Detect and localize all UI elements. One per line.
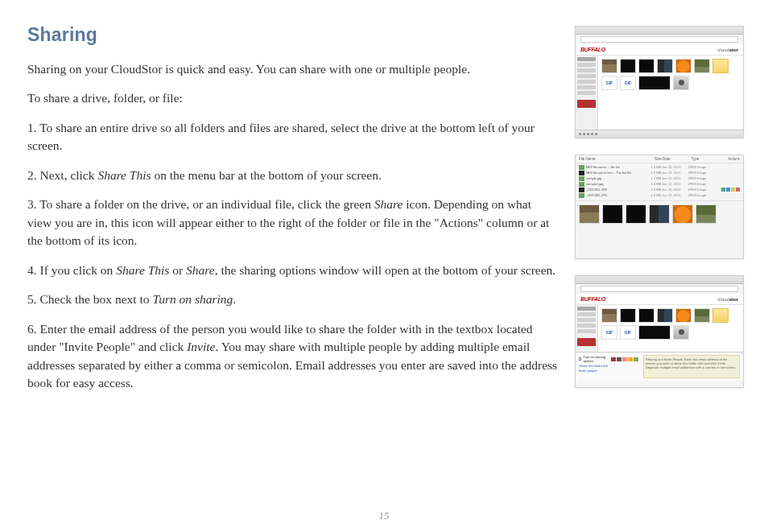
file-icon [579,188,584,192]
file-name: IMG file name ... file list [586,165,649,169]
checkbox-icon [579,357,581,361]
page-number: 15 [0,509,768,522]
step-5-text-b: . [233,292,236,306]
list-header-filename: File Name [579,157,644,161]
share-icon [721,188,725,192]
screenshot-sharing-panel: BUFFALO cloudstor [575,275,744,388]
thumbnail-folder [712,308,729,323]
file-meta: 1.0 MB Jan 12, 2011 [649,182,683,186]
sidebar [576,305,598,352]
filmstrip-image [579,204,600,224]
thumbnail-file: GIF [620,76,636,90]
step-2-italic-1: Share This [97,168,151,182]
action-icon [731,188,735,192]
thumbnail-image [638,59,654,73]
list-row: IMG file name ... file list1.4 MB Jan 12… [579,164,740,170]
mini-thumbnails [611,357,638,361]
thumbnail-image [675,308,692,323]
toolbar-icon [595,133,597,135]
app-header: BUFFALO cloudstor [576,44,743,56]
file-meta: 1.2 MB Jan 12, 2011 [649,171,683,175]
sharing-options-panel: Turn on sharing options Share this folde… [576,352,743,381]
thumbnail-image [673,76,689,90]
sidebar-item [577,68,596,72]
file-name: _DSC002.JPG [586,193,649,197]
file-name: sample.jpg [586,176,649,180]
sidebar-item [577,63,596,67]
list-row: _DSC002.JPG1.9 MB Jan 12, 2011JPEG Image [579,192,740,198]
step-4-text-a: 4. If you click on [27,263,116,277]
thumbnail-image [601,308,617,323]
step-3: 3. To share a folder on the drive, or an… [27,196,559,250]
action-icon [736,188,740,192]
step-2-text-a: 2. Next, click [27,168,97,182]
document-text-column: Sharing Sharing on your CloudStor is qui… [27,24,559,404]
list-header-type: Type [680,157,710,161]
main-grid-area: GIF GIF [598,305,743,352]
step-6-italic-1: Invite [187,340,215,353]
sidebar-drive-box [577,338,596,346]
file-type: JPEG Image [683,182,711,186]
thumbnail-image [620,59,636,73]
thumbnail-file: GIF [620,325,636,340]
list-body: IMG file name ... file list1.4 MB Jan 12… [576,163,743,199]
step-5: 5. Check the box next to Turn on sharing… [27,291,559,308]
step-4-italic-2: Share [186,263,215,277]
thumbnail-folder [712,59,729,73]
step-3-text-a: 3. To share a folder on the drive, or an… [27,197,374,211]
step-4-italic-1: Share This [116,263,169,277]
thumbnail-image [620,308,636,323]
filmstrip-image [672,204,693,224]
thumbnail-image [657,308,673,323]
invite-link: Invite people [579,369,597,373]
thumbnail-file: GIF [601,76,617,90]
section-heading: Sharing [27,24,559,46]
file-meta: 2.3 MB Jan 12, 2011 [649,188,683,192]
filmstrip [576,200,743,227]
toolbar-icon [583,133,585,135]
sidebar-item [577,85,596,89]
bottom-toolbar [576,130,743,138]
sidebar-item [577,329,596,333]
thumbnail-image [675,59,692,73]
filmstrip-captions [576,227,743,230]
turn-on-sharing-label: Turn on sharing options [583,355,606,363]
file-actions [712,188,740,192]
sidebar-item [577,307,596,311]
step-4-text-b: or [169,263,186,277]
file-type: JPEG Image [683,165,711,169]
file-icon [579,171,584,175]
file-meta: 1.4 MB Jan 12, 2011 [649,165,683,169]
step-3-italic-1: Share [374,197,403,211]
sidebar-drive-box [577,100,596,108]
thumbnail-image [694,308,710,323]
step-4: 4. If you click on Share This or Share, … [27,262,559,279]
step-2-text-b: on the menu bar at the bottom of your sc… [151,168,382,182]
sidebar-item [577,57,596,61]
screenshot-column: BUFFALO cloudstor [575,24,744,404]
thumbnail-image [657,59,673,73]
list-row: sample.jpg1.1 MB Jan 12, 2011JPEG Image [579,175,740,181]
file-type: JPEG Image [683,193,711,197]
thumbnail-image [638,308,654,323]
sidebar-item [577,312,596,316]
buffalo-logo: BUFFALO [580,47,605,52]
toolbar-icon [587,133,589,135]
browser-address-bar [580,286,738,292]
browser-chrome-top [576,27,743,35]
file-icon [579,176,584,181]
file-icon [579,182,584,187]
filmstrip-image [649,204,670,224]
filmstrip-image [696,204,716,224]
sidebar-item [577,324,596,328]
file-name: IMG file name item - The list file [586,171,649,175]
sharing-left-column: Turn on sharing options Share this folde… [579,355,638,378]
thumbnail-image [694,59,710,73]
turn-on-sharing-row: Turn on sharing options [579,355,638,363]
thumbnail-file: GIF [601,325,617,340]
thumbnail-image [673,325,689,340]
step-5-text-a: 5. Check the box next to [27,292,152,306]
list-header-actions: Actions [710,157,740,161]
file-type: JPEG Image [683,176,711,180]
file-meta: 1.1 MB Jan 12, 2011 [649,176,683,180]
